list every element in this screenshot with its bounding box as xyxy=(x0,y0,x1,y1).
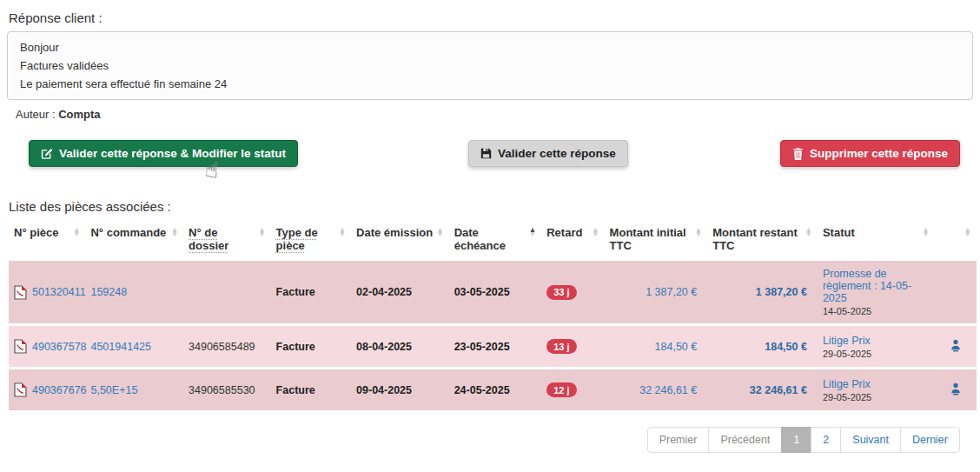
table-header-row: N° pièce▲▼ N° commande▲▼ N° de dossier▲▼… xyxy=(9,219,977,261)
pagination-previous[interactable]: Précédent xyxy=(708,427,782,453)
sort-icon[interactable]: ▲▼ xyxy=(436,226,443,237)
header-montant-initial[interactable]: Montant initial TTC▲▼ xyxy=(605,219,708,261)
sort-icon[interactable]: ▲▼ xyxy=(695,226,702,237)
header-date-emission[interactable]: Date émission▲▼ xyxy=(351,219,449,261)
sort-icon[interactable]: ▲▼ xyxy=(805,226,811,237)
date-echeance: 23-05-2025 xyxy=(449,325,542,369)
associated-pieces-title: Liste des pièces associées : xyxy=(9,199,973,214)
delete-response-button[interactable]: Supprimer cette réponse xyxy=(780,140,960,167)
table-row: 501320411 159248 Facture 02-04-2025 03-0… xyxy=(9,261,977,325)
delete-response-label: Supprimer cette réponse xyxy=(810,147,948,160)
piece-type: Facture xyxy=(271,369,351,412)
date-emission: 02-04-2025 xyxy=(351,261,449,325)
piece-number-link[interactable]: 490367578 xyxy=(32,341,87,353)
dossier-number: 34906585489 xyxy=(183,325,271,369)
save-icon xyxy=(480,148,492,159)
pagination-last[interactable]: Dernier xyxy=(900,427,960,453)
sort-icon[interactable]: ▲▼ xyxy=(922,226,929,237)
montant-restant: 1 387,20 € xyxy=(707,261,818,325)
header-numero-dossier[interactable]: N° de dossier▲▼ xyxy=(183,219,271,261)
pdf-icon[interactable] xyxy=(14,339,27,354)
piece-type: Facture xyxy=(271,261,351,325)
header-contact[interactable]: ▲▼ xyxy=(935,219,977,261)
author-name: Compta xyxy=(58,108,100,121)
date-echeance: 03-05-2025 xyxy=(449,261,542,325)
montant-restant: 32 246,61 € xyxy=(707,369,818,412)
header-montant-restant[interactable]: Montant restant TTC▲▼ xyxy=(707,219,818,261)
header-date-echeance[interactable]: Date échéance▲▼ xyxy=(449,219,542,261)
statut-date: 29-05-2025 xyxy=(823,349,930,359)
sort-icon[interactable]: ▲▼ xyxy=(964,226,971,237)
statut-date: 29-05-2025 xyxy=(823,392,930,402)
pdf-icon[interactable] xyxy=(14,285,27,300)
validate-modify-status-label: Valider cette réponse & Modifier le stat… xyxy=(59,147,286,160)
commande-number-link[interactable]: 159248 xyxy=(90,286,127,298)
sort-icon[interactable]: ▲▼ xyxy=(171,226,178,237)
commande-number-link[interactable]: 4501941425 xyxy=(90,341,151,353)
retard-badge: 13 j xyxy=(546,339,576,354)
pieces-table: N° pièce▲▼ N° commande▲▼ N° de dossier▲▼… xyxy=(9,219,977,413)
commande-number-link[interactable]: 5,50E+15 xyxy=(90,384,137,396)
validate-response-button[interactable]: Valider cette réponse xyxy=(468,140,628,167)
montant-restant: 184,50 € xyxy=(707,325,818,369)
response-line: Le paiement sera effectué fin semaine 24 xyxy=(20,75,960,93)
validate-response-label: Valider cette réponse xyxy=(498,147,616,160)
pagination-next[interactable]: Suivant xyxy=(840,427,901,453)
author-line: Auteur : Compta xyxy=(16,108,973,121)
montant-initial: 1 387,20 € xyxy=(605,261,708,325)
response-line: Bonjour xyxy=(20,38,960,57)
sort-asc-icon[interactable]: ▲▼ xyxy=(529,226,536,237)
piece-type: Facture xyxy=(271,325,351,369)
table-row: 490367676 5,50E+15 34906585530 Facture 0… xyxy=(9,369,977,412)
montant-initial: 184,50 € xyxy=(605,325,708,369)
dossier-number: 34906585530 xyxy=(183,369,271,412)
response-line: Factures validées xyxy=(20,57,960,75)
sort-icon[interactable]: ▲▼ xyxy=(73,226,80,237)
statut-link[interactable]: Litige Prix xyxy=(823,378,871,390)
pagination-page-1[interactable]: 1 xyxy=(781,427,811,453)
user-icon[interactable] xyxy=(950,339,962,352)
client-response-box[interactable]: Bonjour Factures validées Le paiement se… xyxy=(7,31,973,100)
piece-number-link[interactable]: 490367676 xyxy=(32,384,87,396)
sort-icon[interactable]: ▲▼ xyxy=(258,226,265,237)
header-statut[interactable]: Statut▲▼ xyxy=(818,219,935,261)
pagination-page-2[interactable]: 2 xyxy=(811,427,841,453)
action-buttons-row: Valider cette réponse & Modifier le stat… xyxy=(7,133,973,190)
piece-number-link[interactable]: 501320411 xyxy=(32,286,86,298)
statut-link[interactable]: Promesse de règlement : 14-05-2025 xyxy=(823,268,911,304)
date-emission: 09-04-2025 xyxy=(351,369,449,412)
statut-link[interactable]: Litige Prix xyxy=(823,335,871,347)
retard-badge: 12 j xyxy=(546,382,576,397)
dossier-number xyxy=(183,261,271,325)
header-numero-piece[interactable]: N° pièce▲▼ xyxy=(9,219,85,261)
header-numero-commande[interactable]: N° commande▲▼ xyxy=(85,219,183,261)
response-section-label: Réponse client : xyxy=(7,7,973,31)
edit-icon xyxy=(41,148,53,160)
sort-icon[interactable]: ▲▼ xyxy=(592,226,599,237)
table-row: 490367578 4501941425 34906585489 Facture… xyxy=(9,325,977,369)
header-type-piece[interactable]: Type de pièce▲▼ xyxy=(271,219,351,261)
montant-initial: 32 246,61 € xyxy=(605,369,708,412)
user-icon[interactable] xyxy=(950,382,962,396)
header-retard[interactable]: Retard▲▼ xyxy=(541,219,604,261)
pdf-icon[interactable] xyxy=(14,382,27,397)
trash-icon xyxy=(792,148,804,160)
sort-icon[interactable]: ▲▼ xyxy=(339,226,346,237)
pagination: Premier Précédent 1 2 Suivant Dernier xyxy=(7,427,960,453)
retard-badge: 33 j xyxy=(546,285,576,300)
validate-modify-status-button[interactable]: Valider cette réponse & Modifier le stat… xyxy=(29,140,298,167)
statut-date: 14-05-2025 xyxy=(823,306,930,316)
date-emission: 08-04-2025 xyxy=(351,325,449,369)
pagination-first[interactable]: Premier xyxy=(647,427,710,453)
author-label: Auteur : xyxy=(16,108,56,121)
mouse-cursor-pointer: ☝ xyxy=(204,156,220,183)
date-echeance: 24-05-2025 xyxy=(449,369,542,412)
